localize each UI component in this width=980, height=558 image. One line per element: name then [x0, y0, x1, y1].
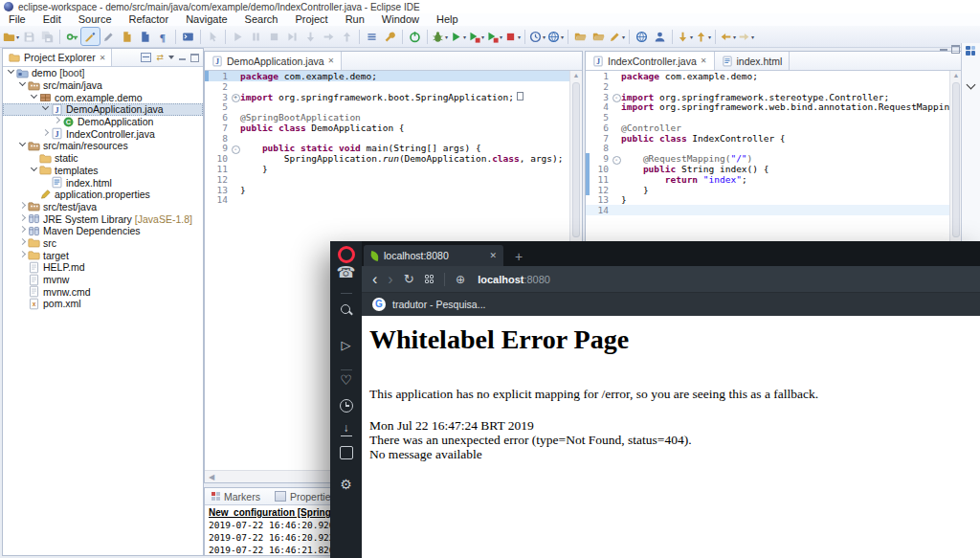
relaunch-button[interactable] — [406, 28, 424, 45]
tab-demoapplication-java[interactable]: DemoApplication.java ✕ — [205, 52, 342, 70]
tree-item-src[interactable]: src — [3, 237, 203, 250]
chevron-down-icon[interactable] — [967, 80, 976, 90]
debug-button[interactable]: ▾ — [431, 28, 449, 45]
new-configuration-button[interactable]: ▾ — [528, 28, 546, 45]
open-console-button[interactable] — [179, 28, 197, 45]
format-button[interactable] — [100, 28, 118, 45]
new-tab-button[interactable]: + — [515, 250, 523, 263]
new-button[interactable]: ▾ — [2, 28, 20, 45]
minimize-icon[interactable] — [940, 49, 947, 51]
show-whitespace-button[interactable] — [154, 28, 172, 45]
stop-launch-button[interactable]: ▾ — [503, 28, 522, 45]
tree-item-src-main-java[interactable]: src/main/java — [3, 79, 203, 92]
menu-source[interactable]: Source — [70, 13, 121, 26]
project-tree[interactable]: demo [boot]src/main/javacom.example.demo… — [3, 67, 203, 555]
tree-item-templates[interactable]: templates — [3, 165, 203, 177]
tab-indexcontroller-java[interactable]: IndexController.java ✕ — [586, 52, 715, 70]
close-icon[interactable]: ✕ — [100, 54, 106, 62]
my-flow-icon[interactable]: ▷ — [342, 338, 351, 352]
profile-button[interactable]: ▾ — [485, 28, 503, 45]
annotate-button[interactable]: ▾ — [608, 28, 626, 45]
back-button[interactable]: ▾ — [719, 28, 737, 45]
tree-item-demoapplication[interactable]: DemoApplication — [3, 116, 203, 128]
menu-file[interactable]: File — [0, 13, 34, 26]
browser-tab-localhost[interactable]: localhost:8080 ✕ — [364, 245, 503, 266]
forward-button[interactable]: › — [388, 273, 392, 286]
menu-run[interactable]: Run — [337, 13, 373, 26]
menu-help[interactable]: Help — [428, 13, 467, 26]
downloads-icon[interactable]: ↓ — [344, 423, 349, 434]
tree-item-mvnw-cmd[interactable]: mvnw.cmd — [3, 285, 203, 298]
forward-button[interactable]: ▾ — [737, 28, 755, 45]
restart-button[interactable] — [283, 28, 301, 45]
tab-close-icon[interactable]: ✕ — [701, 56, 707, 65]
maximize-icon[interactable] — [951, 45, 960, 54]
step-into-button[interactable] — [301, 28, 320, 45]
collapse-all-icon[interactable] — [141, 53, 151, 62]
tree-item-help-md[interactable]: HELP.md — [3, 261, 203, 274]
javadoc-button[interactable] — [136, 28, 154, 45]
save-button[interactable] — [20, 28, 38, 45]
tab-index-html[interactable]: index.html — [715, 52, 791, 70]
project-explorer-tab[interactable]: Project Explorer ✕ — [3, 49, 112, 66]
new-task-button[interactable] — [118, 28, 136, 45]
link-with-editor-button[interactable] — [204, 28, 222, 45]
tree-item-application-properties[interactable]: application.properties — [3, 189, 203, 201]
link-with-editor-icon[interactable]: ⇄ — [156, 54, 164, 62]
tree-item-demoapplication-java[interactable]: DemoApplication.java — [3, 103, 203, 116]
tree-item-indexcontroller-java[interactable]: IndexController.java — [3, 127, 203, 140]
whatsapp-icon[interactable]: ☎ — [337, 263, 356, 281]
mark-occurrences-button[interactable] — [81, 28, 100, 45]
filters-button[interactable] — [381, 28, 399, 45]
tree-item-mvnw[interactable]: mvnw — [3, 274, 203, 286]
tab-close-icon[interactable]: ✕ — [489, 251, 497, 260]
tree-item-static[interactable]: static — [3, 152, 203, 165]
tree-item-index-html[interactable]: index.html — [3, 176, 203, 189]
search-icon[interactable] — [340, 303, 353, 317]
extensions-box-icon[interactable] — [340, 446, 353, 459]
minimize-icon[interactable] — [179, 58, 186, 60]
menu-navigate[interactable]: Navigate — [177, 13, 235, 26]
search-person-button[interactable] — [651, 28, 669, 45]
bookmarks-heart-icon[interactable]: ♡ — [340, 372, 352, 388]
menu-search[interactable]: Search — [236, 13, 287, 26]
save-all-button[interactable] — [38, 28, 56, 45]
opera-logo-icon[interactable] — [338, 246, 355, 263]
menu-refactor[interactable]: Refactor — [121, 13, 178, 26]
view-menu-icon[interactable] — [168, 56, 174, 59]
back-button[interactable]: ‹ — [372, 273, 377, 286]
reload-button[interactable]: ↻ — [404, 273, 414, 285]
step-return-button[interactable] — [338, 28, 356, 45]
open-type-button[interactable] — [63, 28, 81, 45]
menu-edit[interactable]: Edit — [34, 13, 70, 26]
tab-markers[interactable]: Markers — [205, 488, 268, 504]
tree-item-target[interactable]: target — [3, 249, 203, 261]
step-over-button[interactable] — [320, 28, 338, 45]
view-menu-button[interactable] — [363, 28, 381, 45]
terminate-button[interactable] — [265, 28, 283, 45]
tree-item-src-test-java[interactable]: src/test/java — [3, 201, 203, 213]
tree-item-jre-system-library[interactable]: JRE System Library [JavaSE-1.8] — [3, 212, 203, 225]
bookmark-tradutor[interactable]: tradutor - Pesquisa... — [392, 299, 485, 310]
maximize-icon[interactable] — [190, 54, 199, 62]
prev-annotation-button[interactable]: ▾ — [694, 28, 712, 45]
open-resource-button[interactable] — [571, 28, 590, 45]
import-button[interactable] — [590, 28, 608, 45]
run-button[interactable]: ▾ — [449, 28, 467, 45]
suspend-button[interactable] — [247, 28, 265, 45]
tree-item-com-example-demo[interactable]: com.example.demo — [3, 91, 203, 103]
resume-button[interactable] — [229, 28, 247, 45]
tree-item-demo[interactable]: demo [boot] — [3, 67, 203, 79]
web-button[interactable] — [633, 28, 651, 45]
tree-item-src-main-resources[interactable]: src/main/resources — [3, 140, 203, 152]
tree-item-maven-dependencies[interactable]: Maven Dependencies — [3, 225, 203, 237]
coverage-button[interactable]: ▾ — [467, 28, 485, 45]
address-bar[interactable]: localhost:8080 — [478, 274, 550, 285]
menu-project[interactable]: Project — [286, 13, 336, 26]
tab-close-icon[interactable]: ✕ — [328, 56, 335, 65]
next-annotation-button[interactable]: ▾ — [676, 28, 694, 45]
menu-window[interactable]: Window — [373, 13, 428, 26]
tab-tiles-icon[interactable] — [425, 275, 434, 284]
java-perspective-icon[interactable] — [966, 46, 976, 56]
history-clock-icon[interactable] — [340, 399, 353, 413]
